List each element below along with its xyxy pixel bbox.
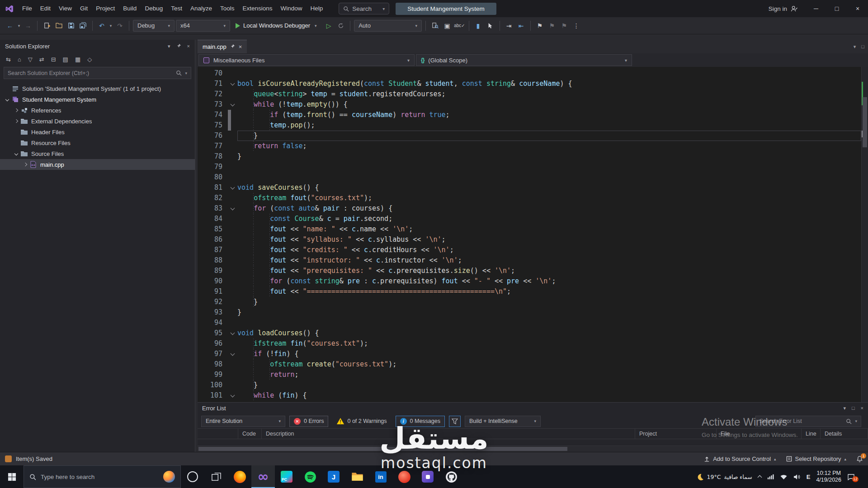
fold-margin[interactable] bbox=[227, 297, 237, 307]
debug-target-dropdown[interactable]: Auto ▾ bbox=[354, 20, 422, 32]
action-center-button[interactable]: 12 bbox=[847, 474, 855, 480]
fold-chevron-icon[interactable] bbox=[230, 81, 235, 86]
fold-margin[interactable] bbox=[227, 286, 237, 297]
indent-icon[interactable]: ⇥ bbox=[504, 20, 514, 31]
breakpoint-margin[interactable] bbox=[198, 183, 206, 193]
code-line[interactable]: 85 fout << "name: " << c.name << '\n'; bbox=[198, 224, 861, 235]
navigate-backward-icon[interactable]: ← bbox=[5, 20, 15, 31]
language-indicator[interactable]: E bbox=[807, 474, 811, 480]
new-project-icon[interactable] bbox=[41, 20, 52, 31]
spotify-taskbar-icon[interactable] bbox=[298, 465, 322, 488]
close-icon[interactable]: × bbox=[187, 43, 190, 49]
fold-margin[interactable] bbox=[227, 390, 237, 401]
solution-explorer-search[interactable]: ▾ bbox=[4, 67, 191, 79]
fold-margin[interactable] bbox=[227, 151, 237, 162]
breakpoint-margin[interactable] bbox=[198, 110, 206, 120]
expander-closed-icon[interactable] bbox=[22, 163, 29, 166]
menu-analyze[interactable]: Analyze bbox=[186, 3, 216, 14]
code-line[interactable]: 86 fout << "syllabus: " << c.syllabus <<… bbox=[198, 235, 861, 245]
wifi-icon[interactable] bbox=[780, 474, 788, 480]
visual-studio-taskbar-icon[interactable]: ∞ bbox=[251, 465, 275, 488]
breakpoint-margin[interactable] bbox=[198, 255, 206, 266]
code-line[interactable]: 96 ifstream fin("courses.txt"); bbox=[198, 338, 861, 349]
sync-with-active-document-icon[interactable]: ⇄ bbox=[39, 56, 44, 63]
fold-chevron-icon[interactable] bbox=[230, 102, 235, 107]
tree-item-student-mangement-system[interactable]: Student Mangement System bbox=[0, 94, 195, 105]
hidden-icons-chevron[interactable] bbox=[757, 475, 762, 480]
error-list-search-input[interactable] bbox=[760, 418, 843, 424]
breakpoint-margin[interactable] bbox=[198, 328, 206, 338]
code-line[interactable]: 77 return false; bbox=[198, 141, 861, 151]
notifications-bell-button[interactable]: 1 bbox=[856, 455, 863, 462]
fold-margin[interactable] bbox=[227, 328, 237, 338]
split-window-icon[interactable]: ▣ bbox=[442, 20, 453, 31]
maximize-panel-icon[interactable]: □ bbox=[852, 405, 855, 411]
breakpoint-margin[interactable] bbox=[198, 99, 206, 110]
code-line[interactable]: 75 temp.pop(); bbox=[198, 120, 861, 131]
breakpoint-margin[interactable] bbox=[198, 338, 206, 349]
fold-margin[interactable] bbox=[227, 214, 237, 224]
fold-margin[interactable] bbox=[227, 245, 237, 255]
code-line[interactable]: 93} bbox=[198, 307, 861, 318]
menu-debug[interactable]: Debug bbox=[141, 3, 167, 14]
add-to-source-control-button[interactable]: Add to Source Control ▴ bbox=[704, 455, 776, 462]
fold-chevron-icon[interactable] bbox=[230, 331, 235, 335]
chevron-down-icon[interactable]: ▾ bbox=[843, 405, 846, 411]
fold-chevron-icon[interactable] bbox=[230, 206, 235, 211]
error-scope-dropdown[interactable]: Entire Solution ▾ bbox=[201, 416, 285, 427]
task-view-taskbar-icon[interactable] bbox=[204, 465, 228, 488]
fold-chevron-icon[interactable] bbox=[230, 185, 235, 190]
tree-item-header-files[interactable]: Header Files bbox=[0, 127, 195, 137]
column-header-details[interactable]: Details bbox=[821, 429, 868, 439]
expander-open-icon[interactable] bbox=[4, 98, 11, 101]
breakpoint-margin[interactable] bbox=[198, 172, 206, 183]
error-source-dropdown[interactable]: Build + IntelliSense ▾ bbox=[465, 416, 541, 427]
start-without-debugging-icon[interactable]: ▷ bbox=[323, 20, 334, 31]
scrollbar-thumb[interactable] bbox=[198, 447, 567, 451]
fold-chevron-icon[interactable] bbox=[230, 393, 235, 398]
linkedin-taskbar-icon[interactable]: in bbox=[369, 465, 392, 488]
code-line[interactable]: 83 for (const auto& pair : courses) { bbox=[198, 203, 861, 214]
editor-vertical-scrollbar[interactable] bbox=[861, 67, 868, 402]
show-all-files-icon[interactable]: ▤ bbox=[63, 56, 68, 63]
fold-margin[interactable] bbox=[227, 193, 237, 203]
bookmark-icon[interactable]: ⚑ bbox=[534, 20, 545, 31]
previous-bookmark-icon[interactable]: ⚑ bbox=[547, 20, 557, 31]
breakpoint-margin[interactable] bbox=[198, 235, 206, 245]
pin-icon[interactable] bbox=[230, 43, 235, 50]
code-line[interactable]: 80 bbox=[198, 172, 861, 183]
fold-margin[interactable] bbox=[227, 349, 237, 359]
scrollbar-thumb[interactable] bbox=[863, 97, 867, 147]
expander-closed-icon[interactable] bbox=[13, 109, 20, 112]
errors-filter-button[interactable]: ✕ 0 Errors bbox=[289, 416, 328, 427]
code-line[interactable]: 87 fout << "credits: " << c.creditHours … bbox=[198, 245, 861, 255]
float-window-icon[interactable]: □ bbox=[861, 44, 864, 50]
spell-check-icon[interactable]: abc✓ bbox=[454, 20, 465, 31]
menu-build[interactable]: Build bbox=[119, 3, 141, 14]
code-line[interactable]: 100 } bbox=[198, 380, 861, 390]
fold-margin[interactable] bbox=[227, 203, 237, 214]
column-header-code[interactable]: Code bbox=[238, 429, 262, 439]
switch-views-icon[interactable]: ⇆ bbox=[6, 56, 11, 63]
menu-file[interactable]: File bbox=[18, 3, 36, 14]
code-line[interactable]: 79 bbox=[198, 162, 861, 172]
redo-icon[interactable]: ↷ bbox=[114, 20, 125, 31]
code-line[interactable]: 81void saveCourses() { bbox=[198, 183, 861, 193]
preview-selected-items-icon[interactable]: ◇ bbox=[87, 56, 92, 63]
breakpoint-margin[interactable] bbox=[198, 224, 206, 235]
code-line[interactable]: 98 ofstream create("courses.txt"); bbox=[198, 359, 861, 370]
navigate-forward-icon[interactable]: → bbox=[23, 20, 33, 31]
collapse-all-icon[interactable]: ⊟ bbox=[51, 56, 56, 63]
office-violet-taskbar-icon[interactable] bbox=[416, 465, 439, 488]
breakpoint-margin[interactable] bbox=[198, 162, 206, 172]
menu-extensions[interactable]: Extensions bbox=[239, 3, 277, 14]
breakpoint-margin[interactable] bbox=[198, 79, 206, 89]
chevron-down-icon[interactable]: ▾ bbox=[855, 419, 857, 423]
menu-project[interactable]: Project bbox=[92, 3, 119, 14]
navigation-dropdown-project[interactable]: Miscellaneous Files ▾ bbox=[198, 54, 415, 66]
start-debugging-button[interactable]: Local Windows Debugger ▾ bbox=[231, 20, 322, 32]
breakpoint-margin[interactable] bbox=[198, 359, 206, 370]
tree-item-solution-student-mangement-sys[interactable]: Solution 'Student Mangement System' (1 o… bbox=[0, 83, 195, 94]
toolbar-overflow-icon[interactable]: ⋮ bbox=[571, 20, 582, 31]
github-taskbar-icon[interactable] bbox=[439, 465, 463, 488]
